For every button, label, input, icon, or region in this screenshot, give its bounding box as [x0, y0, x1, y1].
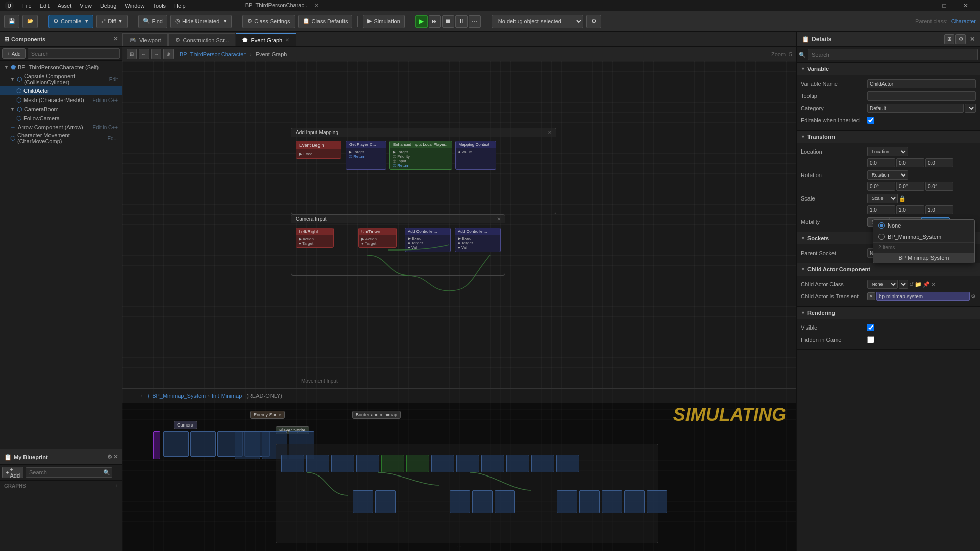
- component-charmovement[interactable]: ⬡ Character Movement (CharMoveComp) Ed..…: [0, 131, 122, 145]
- save-button[interactable]: 💾: [4, 15, 19, 28]
- arrow-edit-button[interactable]: Edit in C++: [93, 124, 118, 130]
- location-y-input[interactable]: [896, 158, 924, 167]
- component-followcamera[interactable]: ⬡ FollowCamera: [0, 114, 122, 123]
- child-actor-transient-settings-icon[interactable]: ⚙: [971, 293, 976, 300]
- components-search-input[interactable]: [28, 48, 120, 59]
- menu-window[interactable]: Window: [125, 3, 144, 9]
- details-close-button[interactable]: ✕: [970, 36, 975, 43]
- details-settings-button[interactable]: ⚙: [955, 34, 966, 44]
- charmovement-edit-button[interactable]: Ed...: [107, 136, 118, 141]
- camera-node[interactable]: Camera: [174, 421, 197, 429]
- diff-dropdown-icon[interactable]: ▼: [118, 19, 123, 24]
- rotation-z-input[interactable]: [925, 182, 953, 191]
- visible-checkbox[interactable]: [867, 324, 874, 331]
- variable-section-header[interactable]: ▼ Variable: [797, 63, 980, 75]
- find-button[interactable]: 🔍 Find: [138, 15, 167, 28]
- nav-forward-button[interactable]: →: [151, 49, 161, 59]
- editable-checkbox[interactable]: [867, 117, 874, 124]
- tab-event-graph[interactable]: ⬟ Event Graph ✕: [236, 33, 296, 46]
- menu-help[interactable]: Help: [174, 3, 186, 9]
- tooltip-input[interactable]: [867, 91, 976, 101]
- nav-back-button[interactable]: ←: [139, 49, 149, 59]
- transform-section-header[interactable]: ▼ Transform: [797, 131, 980, 143]
- component-mesh[interactable]: ⬡ Mesh (CharacterMesh0) Edit in C++: [0, 95, 122, 105]
- dropdown-bp-minimap-item[interactable]: BP_Minimap_System: [873, 231, 974, 242]
- scale-x-input[interactable]: [867, 205, 895, 214]
- component-childactor[interactable]: ⬡ ChildActor: [0, 86, 122, 95]
- minimap-graph-canvas[interactable]: ← → ƒ BP_Minimap_System › Init Minimap (…: [122, 388, 796, 551]
- components-close-button[interactable]: ✕: [113, 36, 118, 42]
- details-grid-button[interactable]: ⊞: [944, 34, 954, 44]
- scale-mode-select[interactable]: Scale: [867, 194, 898, 203]
- menu-asset[interactable]: Asset: [58, 3, 72, 9]
- diff-button[interactable]: ⇄ Diff ▼: [96, 15, 127, 28]
- menu-edit[interactable]: Edit: [40, 3, 50, 9]
- child-actor-class-browse-icon[interactable]: 📁: [915, 281, 922, 288]
- class-settings-button[interactable]: ⚙ Class Settings: [242, 15, 295, 28]
- blueprint-add-button[interactable]: + + Add: [2, 467, 23, 478]
- camera-comment-close[interactable]: ✕: [497, 216, 501, 222]
- simulation-button[interactable]: ▶ Simulation: [363, 15, 404, 28]
- border-minimap-node[interactable]: Border and minimap: [352, 411, 401, 419]
- menu-debug[interactable]: Debug: [100, 3, 116, 9]
- stop-button[interactable]: ⏹: [442, 15, 454, 28]
- tab-viewport[interactable]: 🎮 Viewport: [122, 33, 168, 46]
- lower-graph-content[interactable]: Camera Enemy Sprite Player Sprite: [122, 403, 796, 551]
- nav-home-button[interactable]: ⊕: [163, 49, 174, 59]
- step-button[interactable]: ⏭: [429, 15, 441, 28]
- more-sim-button[interactable]: ⋯: [469, 15, 481, 28]
- location-z-input[interactable]: [925, 158, 953, 167]
- details-search-input[interactable]: [808, 49, 978, 60]
- component-arrow[interactable]: → Arrow Component (Arrow) Edit in C++: [0, 123, 122, 131]
- transient-clear-icon[interactable]: ✕: [867, 292, 875, 300]
- lock-icon[interactable]: 🔒: [899, 195, 906, 202]
- pause-button[interactable]: ⏸: [455, 15, 468, 28]
- child-actor-class-refresh-icon[interactable]: ↺: [909, 281, 914, 288]
- event-graph-canvas[interactable]: Add Input Mapping ✕ Event Begin ▶ Exec: [122, 61, 796, 388]
- enemy-sprite-node[interactable]: Enemy Sprite: [250, 411, 285, 419]
- rotation-x-input[interactable]: [867, 182, 895, 191]
- blueprint-close-button[interactable]: ✕: [113, 454, 118, 460]
- location-x-input[interactable]: [867, 158, 895, 167]
- event-graph-close-button[interactable]: ✕: [285, 37, 289, 43]
- hidden-game-checkbox[interactable]: [867, 336, 874, 343]
- hide-dropdown-icon[interactable]: ▼: [223, 19, 227, 24]
- compile-button[interactable]: ⚙ Compile ▼: [48, 15, 93, 28]
- compile-dropdown-icon[interactable]: ▼: [84, 19, 89, 24]
- category-input[interactable]: [867, 104, 964, 113]
- child-actor-class-clear-icon[interactable]: ✕: [931, 281, 936, 288]
- child-actor-class-select[interactable]: None: [867, 280, 898, 289]
- component-cameraboom[interactable]: ▼ ⬡ CameraBoom: [0, 105, 122, 114]
- child-actor-dropdown[interactable]: None BP_Minimap_System 2 items BP Minima…: [873, 219, 975, 263]
- scale-y-input[interactable]: [896, 205, 924, 214]
- variable-name-input[interactable]: [867, 79, 976, 88]
- scale-z-input[interactable]: [925, 205, 953, 214]
- nav-grid-button[interactable]: ⊞: [127, 49, 137, 59]
- blueprint-search-input[interactable]: [26, 467, 112, 478]
- class-defaults-button[interactable]: 📋 Class Defaults: [298, 15, 353, 28]
- tab-construction[interactable]: ⚙ Construction Scr...: [168, 33, 236, 46]
- add-component-button[interactable]: + Add: [2, 48, 26, 59]
- menu-file[interactable]: File: [22, 3, 32, 9]
- rotation-mode-select[interactable]: Rotation: [867, 170, 908, 180]
- dropdown-none-item[interactable]: None: [873, 220, 974, 231]
- component-self[interactable]: ▼ ⬟ BP_ThirdPersonCharacter (Self): [0, 63, 122, 72]
- hide-unrelated-button[interactable]: ◎ Hide Unrelated ▼: [170, 15, 232, 28]
- close-btn[interactable]: ✕: [955, 0, 976, 11]
- location-mode-select[interactable]: Location: [867, 147, 908, 156]
- capsule-edit-button[interactable]: Edit: [109, 77, 118, 82]
- maximize-btn[interactable]: □: [934, 0, 954, 11]
- debug-settings-button[interactable]: ⚙: [586, 15, 601, 28]
- blueprint-settings-icon[interactable]: ⚙: [107, 454, 112, 460]
- child-actor-class-dropdown[interactable]: ▼: [899, 280, 908, 289]
- mesh-edit-button[interactable]: Edit in C++: [93, 97, 118, 103]
- category-select[interactable]: [965, 104, 976, 113]
- component-capsule[interactable]: ▼ ⬡ Capsule Component (CollisionCylinder…: [0, 72, 122, 86]
- browse-button[interactable]: 📂: [22, 15, 38, 28]
- menu-tools[interactable]: Tools: [153, 3, 166, 9]
- minimize-btn[interactable]: —: [913, 0, 933, 11]
- rendering-section-header[interactable]: ▼ Rendering: [797, 307, 980, 319]
- debug-object-select[interactable]: No debug object selected: [492, 15, 583, 28]
- child-actor-transient-input[interactable]: [876, 292, 970, 301]
- child-actor-section-header[interactable]: ▼ Child Actor Component: [797, 263, 980, 276]
